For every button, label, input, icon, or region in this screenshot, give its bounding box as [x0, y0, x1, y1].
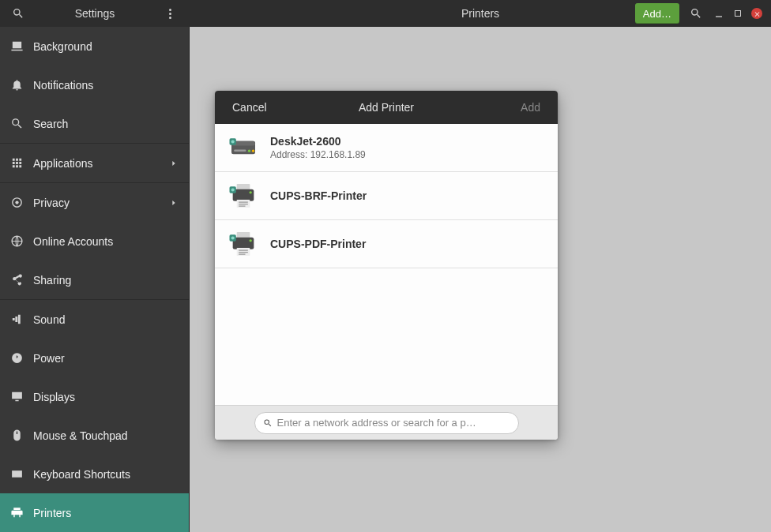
search-icon	[263, 418, 273, 428]
svg-rect-15	[239, 202, 248, 203]
svg-rect-24	[239, 250, 248, 251]
power-icon	[9, 351, 24, 365]
sidebar-item-displays[interactable]: Displays	[0, 377, 189, 416]
sidebar-item-sharing[interactable]: Sharing	[0, 260, 189, 299]
sidebar[interactable]: BackgroundNotificationsSearchApplication…	[0, 27, 190, 532]
printer-row[interactable]: CUPS-BRF-Printer	[215, 172, 558, 220]
svg-point-18	[250, 191, 252, 193]
window-maximize[interactable]	[728, 0, 747, 27]
sound-icon	[9, 313, 24, 327]
printer-name: CUPS-PDF-Printer	[270, 238, 366, 250]
svg-rect-0	[716, 16, 722, 17]
svg-rect-16	[239, 204, 248, 204]
online-accounts-icon	[9, 234, 24, 249]
close-icon	[751, 8, 762, 19]
svg-point-29	[231, 236, 235, 239]
sidebar-item-label: Notifications	[33, 79, 93, 92]
svg-rect-17	[239, 206, 245, 207]
header-bar: Settings Printers Add…	[0, 0, 771, 27]
keyboard-icon	[9, 467, 24, 481]
header-right-buttons: Add…	[635, 0, 771, 27]
sidebar-item-label: Power	[33, 352, 65, 365]
search-icon	[9, 117, 24, 131]
printer-info: CUPS-PDF-Printer	[270, 238, 366, 250]
svg-point-9	[252, 150, 254, 152]
svg-point-8	[248, 150, 250, 152]
svg-point-27	[250, 239, 252, 242]
printers-icon	[9, 506, 24, 520]
sidebar-item-label: Sound	[33, 313, 65, 326]
add-printer-dialog: Cancel Add Printer Add DeskJet-2600Addre…	[215, 91, 558, 440]
printer-name: DeskJet-2600	[270, 135, 366, 148]
minimize-icon	[713, 7, 725, 20]
cancel-button[interactable]: Cancel	[215, 91, 284, 124]
search-icon	[12, 7, 24, 20]
sidebar-item-sound[interactable]: Sound	[0, 300, 189, 339]
sidebar-item-keyboard[interactable]: Keyboard Shortcuts	[0, 455, 189, 493]
printer-info: CUPS-BRF-Printer	[270, 189, 367, 202]
sidebar-item-label: Search	[33, 118, 68, 130]
printer-address: Address: 192.168.1.89	[270, 149, 366, 160]
search-icon	[690, 7, 702, 20]
sidebar-item-mouse[interactable]: Mouse & Touchpad	[0, 416, 189, 455]
sidebar-item-label: Privacy	[33, 197, 70, 209]
window-close[interactable]	[747, 0, 766, 27]
sidebar-item-label: Background	[33, 40, 92, 53]
printer-icon	[228, 180, 259, 212]
header-right: Printers Add…	[190, 0, 771, 27]
kebab-icon	[169, 8, 171, 20]
printer-list[interactable]: DeskJet-2600Address: 192.168.1.89CUPS-BR…	[215, 124, 558, 405]
sidebar-item-label: Printers	[33, 507, 71, 519]
add-printer-button[interactable]: Add…	[635, 3, 679, 24]
settings-search-button[interactable]	[5, 0, 32, 27]
svg-point-11	[231, 140, 235, 143]
sidebar-item-label: Displays	[33, 391, 75, 403]
sidebar-item-power[interactable]: Power	[0, 339, 189, 377]
chevron-right-icon	[170, 157, 178, 170]
sidebar-item-printers[interactable]: Printers	[0, 493, 189, 532]
sidebar-item-label: Online Accounts	[33, 235, 113, 248]
mouse-icon	[9, 429, 24, 443]
displays-icon	[9, 390, 24, 404]
sidebar-item-privacy[interactable]: Privacy	[0, 183, 189, 222]
chevron-right-icon	[170, 197, 178, 209]
sidebar-item-search[interactable]: Search	[0, 104, 189, 143]
sidebar-item-label: Keyboard Shortcuts	[33, 468, 130, 481]
dialog-header: Cancel Add Printer Add	[215, 91, 558, 124]
search-field-container[interactable]	[254, 412, 519, 434]
printer-info: DeskJet-2600Address: 192.168.1.89	[270, 135, 366, 160]
applications-icon	[9, 156, 24, 170]
sidebar-item-background[interactable]: Background	[0, 27, 189, 66]
svg-rect-25	[239, 252, 248, 253]
menu-button[interactable]	[156, 0, 183, 27]
sidebar-item-label: Sharing	[33, 274, 71, 287]
printer-row[interactable]: CUPS-PDF-Printer	[215, 220, 558, 268]
sidebar-item-applications[interactable]: Applications	[0, 144, 189, 182]
dialog-add-button: Add	[503, 91, 558, 124]
svg-rect-7	[234, 150, 246, 152]
sidebar-item-notifications[interactable]: Notifications	[0, 66, 189, 104]
sidebar-item-label: Mouse & Touchpad	[33, 429, 128, 442]
maximize-icon	[733, 9, 743, 18]
printer-icon	[228, 132, 259, 163]
notifications-icon	[9, 78, 24, 92]
svg-rect-26	[239, 254, 245, 255]
svg-point-20	[231, 188, 235, 191]
sidebar-item-label: Applications	[33, 157, 93, 170]
printer-row[interactable]: DeskJet-2600Address: 192.168.1.89	[215, 124, 558, 172]
printer-icon	[228, 228, 259, 260]
pane-search-button[interactable]	[683, 0, 709, 27]
svg-point-2	[15, 200, 18, 204]
printer-name: CUPS-BRF-Printer	[270, 189, 367, 202]
window-minimize[interactable]	[709, 0, 728, 27]
header-left: Settings	[0, 0, 190, 27]
search-input[interactable]	[277, 417, 510, 429]
background-icon	[9, 39, 24, 54]
sidebar-item-online-accounts[interactable]: Online Accounts	[0, 222, 189, 260]
sharing-icon	[9, 273, 24, 287]
privacy-icon	[9, 196, 24, 210]
dialog-footer	[215, 405, 558, 440]
